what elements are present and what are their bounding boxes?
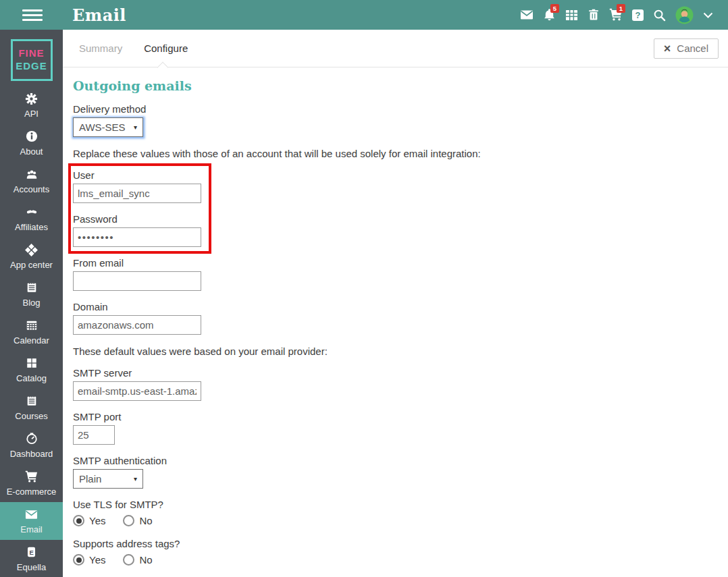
address-tags-radio-group: Supports address tags? Yes No [73, 538, 728, 566]
radio-option-label: Yes [89, 515, 105, 526]
sidebar-item-label: Email [20, 524, 43, 534]
smtp-auth-field-block: SMTP authentication Plain ▾ [73, 455, 728, 489]
smtp-port-field-block: SMTP port [73, 411, 728, 445]
section-title: Outgoing emails [73, 78, 728, 93]
sidebar-item-label: Calendar [14, 335, 49, 346]
smtp-server-input[interactable] [73, 381, 201, 401]
tab-configure[interactable]: Configure [144, 43, 188, 54]
gear-icon [25, 92, 38, 105]
smtp-auth-label: SMTP authentication [73, 455, 728, 466]
tls-yes-radio[interactable]: Yes [73, 515, 105, 526]
notification-badge: 5 [550, 4, 559, 13]
gauge-icon [26, 433, 38, 445]
password-field-block: Password [73, 213, 201, 247]
cart-icon[interactable]: 1 [609, 8, 623, 22]
help-icon[interactable]: ? [632, 9, 644, 21]
tls-radio-group: Use TLS for SMTP? Yes No [73, 499, 728, 526]
password-input[interactable] [73, 227, 201, 247]
domain-label: Domain [73, 301, 728, 312]
radio-unselected-icon [123, 515, 134, 526]
select-arrow-icon: ▾ [134, 475, 137, 483]
sidebar-item-blog[interactable]: Blog [0, 275, 63, 313]
cart-icon [25, 470, 38, 483]
domain-input[interactable] [73, 315, 201, 335]
delivery-method-field: Delivery method AWS-SES ▾ [73, 103, 728, 137]
page-title: Email [72, 5, 126, 25]
search-icon[interactable] [653, 9, 666, 22]
from-email-field-block: From email [73, 257, 728, 291]
address-tags-no-radio[interactable]: No [123, 554, 152, 566]
address-tags-yes-radio[interactable]: Yes [73, 554, 105, 566]
fineedge-logo[interactable]: FINE EDGE [11, 39, 53, 81]
sidebar-item-about[interactable]: About [0, 124, 63, 162]
tls-label: Use TLS for SMTP? [73, 499, 728, 510]
main-panel: Summary Configure × Cancel Outgoing emai… [63, 30, 728, 577]
domain-field-block: Domain [73, 301, 728, 335]
sidebar-item-accounts[interactable]: Accounts [0, 162, 63, 200]
tab-bar: Summary Configure × Cancel [63, 30, 728, 67]
smtp-server-field-block: SMTP server [73, 367, 728, 401]
sidebar-item-dashboard[interactable]: Dashboard [0, 427, 63, 464]
user-label: User [73, 169, 201, 181]
radio-option-label: No [139, 515, 152, 526]
delivery-method-value: AWS-SES [79, 121, 126, 133]
user-input[interactable] [73, 184, 201, 203]
info-icon [26, 130, 38, 143]
sidebar-item-label: API [24, 109, 38, 119]
radio-option-label: No [139, 554, 152, 566]
sidebar-item-affiliates[interactable]: Affiliates [0, 200, 63, 238]
sidebar-item-equella[interactable]: E Equella [0, 540, 63, 577]
sidebar: FINE EDGE API About Accounts Affiliates … [0, 30, 63, 577]
sidebar-item-ecommerce[interactable]: E-commerce [0, 464, 63, 502]
password-label: Password [73, 213, 201, 225]
hamburger-menu-icon[interactable] [22, 7, 43, 24]
cancel-button[interactable]: × Cancel [654, 38, 719, 59]
smtp-server-label: SMTP server [73, 367, 728, 379]
sidebar-item-label: Affiliates [15, 222, 48, 232]
sidebar-item-label: Blog [22, 298, 40, 308]
mail-icon[interactable] [520, 8, 534, 22]
sidebar-item-courses[interactable]: Courses [0, 389, 63, 427]
header-icons: 5 1 ? [520, 6, 713, 24]
radio-selected-icon [73, 554, 84, 566]
notepad-icon [26, 395, 38, 408]
tab-summary[interactable]: Summary [79, 43, 122, 54]
logo-text-edge: EDGE [16, 60, 47, 73]
delivery-method-label: Delivery method [73, 103, 728, 115]
calendar-icon [26, 319, 38, 332]
sidebar-item-api[interactable]: API [0, 86, 63, 124]
from-email-label: From email [73, 257, 728, 269]
cart-badge: 1 [617, 4, 625, 13]
smtp-auth-value: Plain [79, 473, 101, 485]
user-avatar[interactable] [675, 6, 694, 24]
people-icon [25, 168, 38, 181]
trash-icon[interactable] [588, 8, 600, 22]
address-tags-label: Supports address tags? [73, 538, 728, 549]
sidebar-item-calendar[interactable]: Calendar [0, 313, 63, 351]
sidebar-item-label: E-commerce [7, 487, 57, 497]
sidebar-item-app-center[interactable]: App center [0, 238, 63, 275]
defaults-note: These default values were based on your … [73, 346, 728, 357]
sidebar-item-catalog[interactable]: Catalog [0, 351, 63, 389]
diamonds-icon [25, 244, 38, 256]
sidebar-item-email[interactable]: Email [0, 502, 63, 540]
radio-selected-icon [73, 515, 84, 526]
user-field-block: User [73, 169, 201, 203]
handshake-icon [25, 206, 38, 219]
squares-icon [26, 357, 38, 370]
from-email-input[interactable] [73, 271, 201, 291]
smtp-auth-select[interactable]: Plain ▾ [73, 469, 143, 489]
delivery-method-select[interactable]: AWS-SES ▾ [73, 117, 143, 137]
smtp-port-input[interactable] [73, 425, 115, 445]
app-header: Email 5 1 ? [0, 0, 728, 30]
sidebar-item-label: Dashboard [10, 449, 53, 459]
cancel-label: Cancel [677, 43, 708, 54]
equella-icon: E [26, 546, 37, 559]
credentials-group: User Password [73, 169, 201, 247]
tls-no-radio[interactable]: No [123, 515, 152, 526]
chevron-down-icon[interactable] [703, 11, 713, 19]
notifications-icon[interactable]: 5 [543, 8, 556, 22]
tables-icon[interactable] [565, 9, 578, 22]
help-glyph: ? [635, 10, 641, 20]
sidebar-item-label: Equella [17, 562, 46, 572]
